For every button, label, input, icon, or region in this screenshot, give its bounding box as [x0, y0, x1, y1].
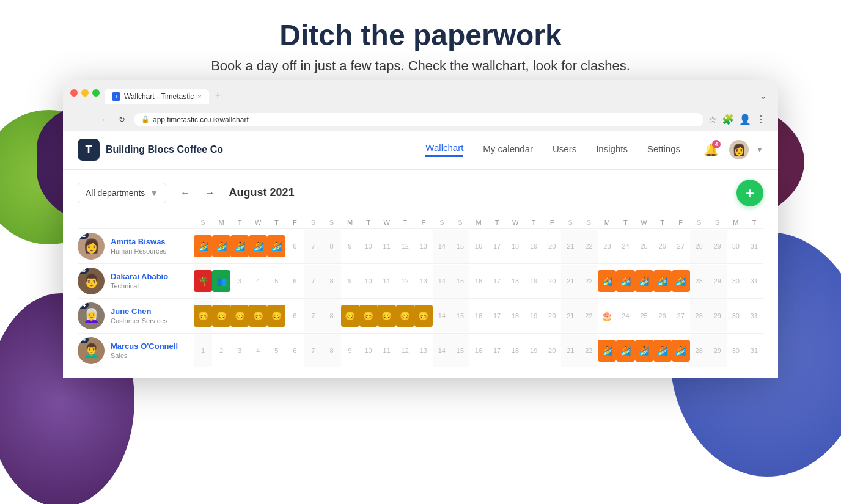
date-number: 30 [732, 243, 740, 250]
day-cell-18: 18 [506, 265, 524, 298]
day-cell-17: 17 [488, 334, 506, 367]
tab-bar: T Wallchart - Timetastic × + [105, 86, 227, 104]
day-cell-24[interactable]: 🏄 [616, 265, 634, 298]
extensions-icon[interactable]: 🧩 [722, 114, 734, 125]
menu-icon[interactable]: ⋮ [756, 114, 766, 125]
day-cell-26[interactable]: 🏄 [653, 265, 672, 298]
leave-block-orange2[interactable]: 🏄 [598, 340, 616, 362]
day-cell-4[interactable]: 😊 [249, 299, 267, 332]
current-month: August 2021 [225, 186, 298, 199]
address-bar[interactable]: 🔒 app.timetastic.co.uk/wallchart [134, 113, 703, 126]
nav-settings[interactable]: Settings [647, 144, 680, 156]
leave-block-orange2[interactable]: 🏄 [616, 270, 634, 292]
day-cell-23[interactable]: 🏄 [598, 334, 616, 367]
employee-name[interactable]: Dakarai Ababio [111, 272, 194, 281]
date-number: 14 [438, 277, 446, 285]
add-leave-button[interactable]: + [736, 180, 763, 206]
day-cell-27[interactable]: 🏄 [672, 265, 690, 298]
day-cell-21: 21 [561, 334, 579, 367]
notification-button[interactable]: 🔔 4 [700, 139, 722, 161]
day-cell-9[interactable]: 😊 [341, 299, 359, 332]
leave-block-annual[interactable]: 🏄 [267, 235, 285, 257]
day-cell-23[interactable]: 🎂 [598, 299, 616, 332]
nav-wallchart[interactable]: Wallchart [425, 142, 463, 157]
back-button[interactable]: ← [75, 112, 90, 127]
day-cell-31: 31 [745, 334, 763, 367]
day-cell-26[interactable]: 🏄 [653, 334, 672, 367]
leave-block-annual[interactable]: 🏄 [212, 235, 230, 257]
employee-details: Marcus O'ConnellSales [111, 341, 194, 359]
day-cell-10[interactable]: 😊 [359, 299, 378, 332]
day-cell-3[interactable]: 😊 [230, 299, 249, 332]
minimize-button[interactable] [81, 89, 89, 97]
day-header-9: M [341, 216, 359, 228]
leave-block-orange2[interactable]: 🏄 [672, 270, 690, 292]
date-number: 17 [493, 243, 501, 250]
leave-block-red[interactable]: 🌴 [194, 270, 212, 292]
day-cell-30: 30 [727, 230, 745, 263]
leave-block-orange2[interactable]: 🏄 [616, 340, 634, 362]
employee-name[interactable]: Marcus O'Connell [111, 341, 194, 351]
next-month-button[interactable]: → [200, 184, 219, 202]
tab-overflow-button[interactable]: ⌄ [755, 86, 771, 105]
maximize-button[interactable] [92, 89, 100, 97]
leave-block-annual[interactable]: 🏄 [249, 235, 267, 257]
day-cell-29: 29 [708, 265, 727, 298]
day-cell-4: 4 [249, 334, 267, 367]
day-cell-12[interactable]: 😊 [396, 299, 414, 332]
date-number: 19 [530, 347, 537, 354]
leave-block-orange2[interactable]: 🏄 [653, 340, 672, 362]
day-cell-1[interactable]: 🌴 [194, 265, 212, 298]
hero-section: Ditch the paperwork Book a day off in ju… [0, 0, 841, 86]
day-cell-3[interactable]: 🏄 [230, 230, 249, 263]
leave-block-annual[interactable]: 🏄 [194, 235, 212, 257]
profile-icon[interactable]: 👤 [739, 114, 751, 125]
leave-block-orange2[interactable]: 🏄 [635, 270, 653, 292]
day-cell-8: 8 [322, 299, 340, 332]
day-cell-19: 19 [524, 299, 543, 332]
day-cell-22: 22 [579, 334, 598, 367]
day-cell-1[interactable]: 🏄 [194, 230, 212, 263]
employee-name[interactable]: Amrita Biswas [111, 237, 194, 246]
day-cell-2[interactable]: 🏄 [212, 230, 230, 263]
day-cell-11[interactable]: 😊 [378, 299, 396, 332]
day-header-31: T [745, 216, 763, 228]
day-header-11: W [378, 216, 396, 228]
day-cell-24[interactable]: 🏄 [616, 334, 634, 367]
day-cell-5[interactable]: 🏄 [267, 230, 285, 263]
day-cell-5[interactable]: 😊 [267, 299, 285, 332]
day-cell-23[interactable]: 🏄 [598, 265, 616, 298]
close-button[interactable] [70, 89, 78, 97]
new-tab-button[interactable]: + [209, 86, 227, 104]
reload-button[interactable]: ↻ [114, 112, 129, 127]
forward-button[interactable]: → [95, 112, 109, 127]
nav-users[interactable]: Users [553, 144, 576, 156]
nav-my-calendar[interactable]: My calendar [483, 144, 533, 156]
leave-block-orange2[interactable]: 🏄 [598, 270, 616, 292]
day-cell-4[interactable]: 🏄 [249, 230, 267, 263]
leave-block-orange2[interactable]: 🏄 [672, 340, 690, 362]
prev-month-button[interactable]: ← [176, 184, 194, 202]
department-filter[interactable]: All departments ▼ [78, 183, 166, 203]
day-cell-25[interactable]: 🏄 [635, 334, 653, 367]
day-cell-13[interactable]: 😊 [414, 299, 433, 332]
leave-block-annual[interactable]: 🏄 [230, 235, 249, 257]
leave-block-orange2[interactable]: 🏄 [653, 270, 672, 292]
day-cell-28: 28 [690, 230, 708, 263]
leave-block-orange2[interactable]: 🏄 [635, 340, 653, 362]
employee-name[interactable]: June Chen [111, 307, 194, 316]
user-avatar[interactable]: 👩 [729, 140, 749, 159]
nav-insights[interactable]: Insights [596, 144, 628, 156]
day-cell-25[interactable]: 🏄 [635, 265, 653, 298]
day-cell-2[interactable]: 😊 [212, 299, 230, 332]
tab-close-button[interactable]: × [197, 93, 201, 100]
user-menu-chevron[interactable]: ▼ [756, 145, 763, 154]
day-cell-2[interactable]: 👥 [212, 265, 230, 298]
leave-block-green[interactable]: 👥 [212, 270, 230, 292]
date-number: 31 [751, 347, 758, 354]
active-tab[interactable]: T Wallchart - Timetastic × [105, 89, 209, 104]
day-cell-27[interactable]: 🏄 [672, 334, 690, 367]
day-cell-1[interactable]: 😊 [194, 299, 212, 332]
bookmark-icon[interactable]: ☆ [708, 114, 717, 125]
date-number: 4 [256, 347, 260, 354]
